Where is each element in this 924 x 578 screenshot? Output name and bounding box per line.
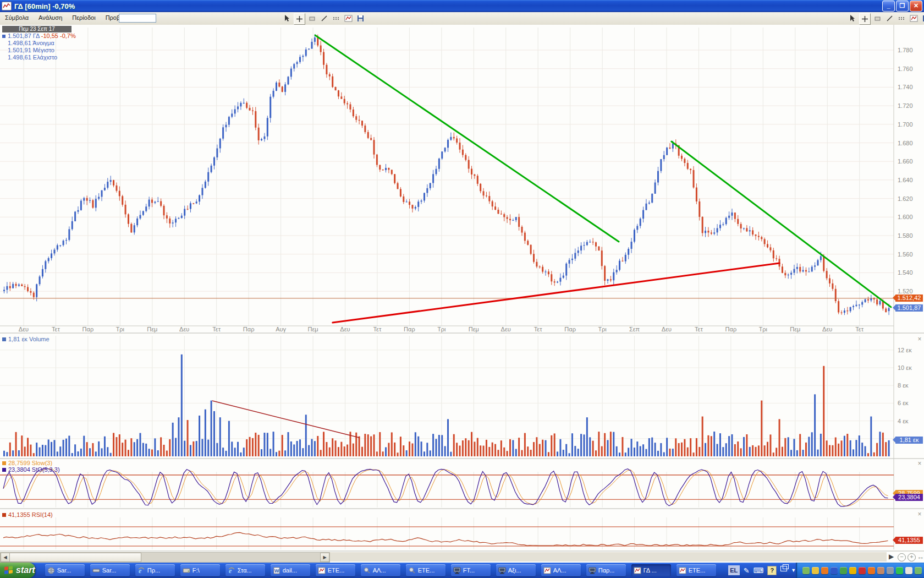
price-tick-label: 1.720 — [898, 102, 913, 109]
trendline-green-downtrend-2[interactable] — [672, 141, 891, 307]
monitor-icon — [453, 567, 461, 574]
fit-width-icon[interactable]: ↔ — [917, 553, 924, 561]
chevron-down-icon[interactable]: ▼ — [791, 568, 796, 573]
x-axis-label: Πεμ — [147, 326, 157, 332]
tray-icon[interactable] — [915, 567, 922, 574]
volume-tick-label: 4 εκ — [898, 418, 909, 424]
box-tool-icon[interactable] — [872, 13, 883, 24]
x-axis-label: Παρ — [404, 326, 415, 332]
x-axis-label: Τρι — [759, 326, 768, 332]
dotted-line-tool-icon[interactable] — [331, 13, 342, 24]
trendline-volume-downtrend[interactable] — [212, 401, 359, 438]
taskbar-button-F[interactable]: F:\ — [180, 564, 220, 576]
pointer-tool-icon[interactable] — [282, 13, 292, 24]
chart-icon — [318, 567, 326, 574]
price-tick-label: 1.520 — [898, 288, 913, 295]
app-icon — [2, 2, 12, 10]
close-rsi-panel-icon[interactable]: × — [916, 511, 923, 518]
menu-Σύμβολα[interactable]: Σύμβολα — [0, 12, 34, 21]
taskbar-button-ΕΤΕ[interactable]: ΕΤΕ... — [676, 564, 716, 576]
horizontal-scrollbar[interactable]: ◀ ▶ — [0, 552, 330, 563]
tray-icon[interactable] — [877, 567, 884, 574]
svg-text:W: W — [274, 568, 279, 574]
rsi-header[interactable]: 41,1355 RSI(14) — [2, 511, 53, 518]
taskbar-button-Αξι[interactable]: Αξι... — [496, 564, 536, 576]
stoch-slow-header[interactable]: 28,7599 Slow(3) — [2, 460, 52, 466]
box-tool-icon[interactable] — [307, 13, 317, 24]
save-tool-icon[interactable] — [355, 13, 366, 24]
volume-tick-label: 12 εκ — [898, 347, 912, 353]
volume-header[interactable]: 1,81 εκ Volume — [2, 336, 50, 342]
taskbar-button-ΓΔ[interactable]: ΓΔ ... — [631, 564, 671, 576]
volume-legend-marker — [2, 337, 6, 341]
chart-tool-icon[interactable] — [343, 13, 354, 24]
taskbar-button-Πρ[interactable]: eΠρ... — [135, 564, 175, 576]
close-volume-panel-icon[interactable]: × — [916, 336, 923, 343]
trendline-tool-icon[interactable] — [319, 13, 329, 24]
taskbar-button-ΑΛ[interactable]: ΑΛ... — [361, 564, 400, 576]
dotted-line-tool-icon[interactable] — [897, 13, 907, 24]
x-axis-label: Τετ — [212, 326, 221, 332]
taskbar-button-Στα[interactable]: eΣτα... — [226, 564, 265, 576]
keyboard-icon[interactable]: ⌨ — [754, 566, 764, 575]
taskbar-button-Sar[interactable]: Sar... — [45, 564, 85, 576]
taskbar-button-dail[interactable]: Wdail... — [271, 564, 310, 576]
trendline-tool-icon[interactable] — [884, 13, 895, 24]
price-tick-label: 1.780 — [898, 47, 913, 53]
scrollbar-thumb[interactable] — [9, 553, 141, 562]
trendline-red-uptrend[interactable] — [333, 263, 779, 323]
restore-toolbar-icon[interactable] — [780, 566, 787, 571]
scroll-right-button[interactable]: ▶ — [320, 553, 329, 562]
pen-icon[interactable]: ✎ — [744, 566, 750, 575]
tray-icon[interactable] — [896, 567, 903, 574]
trendline-green-downtrend-1[interactable] — [315, 35, 619, 242]
taskbar-button-Παρ[interactable]: Παρ... — [586, 564, 626, 576]
pin-icon — [363, 567, 371, 574]
tray-icon[interactable] — [821, 567, 828, 574]
volume-tick-label: 6 εκ — [898, 400, 909, 406]
taskbar-button-Sar[interactable]: Sar... — [90, 564, 130, 576]
stoch-slow-line — [3, 469, 888, 506]
scroll-forward-icon[interactable]: ▶ — [889, 553, 894, 560]
tray-icon[interactable] — [831, 567, 838, 574]
tray-icon[interactable] — [812, 567, 819, 574]
close-button[interactable]: ✕ — [910, 1, 922, 12]
tray-icon[interactable] — [887, 567, 894, 574]
language-indicator[interactable]: EL — [728, 565, 740, 575]
price-tick-label: 1.600 — [898, 214, 913, 220]
restore-button[interactable]: ❐ — [896, 1, 909, 12]
stoch-header[interactable]: 23,3804 StO(5,3,3) — [2, 466, 60, 473]
title-bar[interactable]: ΓΔ [60min] -0,70% _ ❐ ✕ — [0, 0, 924, 12]
hline-price-tag: 1.512,42 — [895, 295, 923, 302]
tray-icon[interactable] — [840, 567, 847, 574]
crosshair-date: Πεμ 23 Σεπ 17 — [2, 26, 72, 32]
close-stoch-panel-icon[interactable]: × — [916, 461, 923, 467]
stoch-legend-marker — [2, 468, 6, 472]
crosshair-tool-icon[interactable] — [294, 13, 305, 25]
minimize-button[interactable]: _ — [882, 1, 895, 12]
taskbar-button-ΕΤΕ[interactable]: ΕΤΕ... — [406, 564, 446, 576]
quote-info-box: Πεμ 23 Σεπ 17 1.501,87 ΓΔ -10,55 -0,7%1.… — [2, 26, 76, 61]
pointer-tool-icon[interactable] — [847, 13, 857, 24]
crosshair-tool-icon[interactable] — [859, 13, 871, 25]
zoom-out-icon[interactable]: − — [898, 553, 906, 561]
menu-Περίοδοι[interactable]: Περίοδοι — [67, 12, 100, 21]
windows-logo-icon — [4, 566, 13, 575]
zoom-in-icon[interactable]: + — [908, 553, 916, 561]
tray-icon[interactable] — [905, 567, 912, 574]
tray-icon[interactable] — [868, 567, 875, 574]
start-button[interactable]: start — [0, 563, 35, 578]
tray-icon[interactable] — [859, 567, 866, 574]
taskbar-button-ΑΛ[interactable]: ΑΛ... — [541, 564, 581, 576]
rsi-line — [3, 532, 888, 546]
symbol-input[interactable] — [119, 14, 156, 23]
tray-icon[interactable] — [802, 567, 810, 574]
chart-tool-icon[interactable] — [909, 13, 919, 24]
taskbar-button-FT[interactable]: FT... — [451, 564, 491, 576]
tray-icon[interactable] — [849, 567, 856, 574]
taskbar-button-ΕΤΕ[interactable]: ΕΤΕ... — [316, 564, 355, 576]
help-icon[interactable]: ? — [767, 566, 777, 575]
save-tool-icon[interactable] — [921, 13, 924, 24]
menu-Ανάλυση[interactable]: Ανάλυση — [34, 12, 67, 21]
scroll-left-button[interactable]: ◀ — [1, 553, 10, 562]
